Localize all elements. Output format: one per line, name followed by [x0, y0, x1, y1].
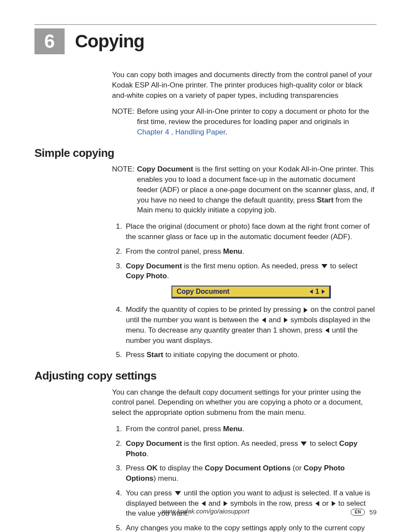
step-text: From the control panel, press [126, 247, 223, 255]
note-label: NOTE: [112, 164, 134, 215]
note-body: Copy Document is the first setting on yo… [137, 164, 377, 215]
step-text: to select [308, 439, 339, 448]
lcd-display: Copy Document 1 [171, 286, 331, 299]
note-body: Before using your All-in-One printer to … [137, 106, 377, 137]
step-text: From the control panel, press [126, 425, 223, 433]
section-adjusting: Adjusting copy settings [34, 368, 377, 383]
intro-note: NOTE: Before using your All-in-One print… [112, 106, 377, 137]
right-arrow-icon [322, 289, 325, 294]
right-arrow-icon [304, 308, 308, 313]
step-text: Press [126, 464, 146, 472]
step-2: From the control panel, press Menu. [124, 246, 377, 257]
chapter-title: Copying [75, 29, 144, 54]
bold-copy-document: Copy Document [137, 165, 193, 173]
step-text: Modify the quantity of copies to be prin… [126, 305, 303, 314]
intro-paragraph: You can copy both images and documents d… [112, 70, 377, 100]
chapter-number-box: 6 [34, 28, 65, 54]
step-3: Press OK to display the Copy Document Op… [124, 463, 377, 484]
page-footer: www.kodak.com/go/aiosupport EN 59 [34, 507, 377, 516]
simple-note: NOTE: Copy Document is the first setting… [112, 164, 377, 215]
step-text: and [206, 499, 223, 507]
bold-copy-document: Copy Document [126, 262, 182, 270]
step-text: . [146, 450, 149, 458]
left-arrow-icon [202, 501, 206, 506]
step-5: Any changes you make to the copy setting… [124, 523, 377, 532]
footer-page-group: EN 59 [351, 507, 377, 516]
right-arrow-icon [284, 317, 288, 323]
right-arrow-icon [224, 501, 227, 506]
note-label: NOTE: [112, 106, 134, 137]
section-simple-copying: Simple copying [34, 145, 377, 161]
step-text: and [267, 316, 283, 324]
step-text: or [320, 499, 331, 507]
step-text: to display the [158, 464, 205, 472]
step-text: . [242, 247, 244, 255]
manual-page: 6 Copying You can copy both images and d… [0, 0, 411, 532]
lcd-label: Copy Document [177, 287, 230, 296]
step-5: Press Start to initiate copying the docu… [124, 350, 377, 360]
step-text: is the first menu option. As needed, pre… [182, 262, 320, 270]
note-text-after: . [225, 128, 227, 136]
step-text: symbols in the row, press [228, 499, 314, 507]
simple-steps: Place the original (document or photo) f… [112, 221, 377, 360]
step-text: to select [328, 262, 358, 270]
left-arrow-icon [262, 317, 266, 323]
right-arrow-icon [332, 501, 336, 506]
step-text: Any changes you make to the copy setting… [126, 524, 376, 532]
step-4: Modify the quantity of copies to be prin… [124, 305, 377, 345]
step-text: to initiate copying the document or phot… [163, 351, 299, 359]
chapter-4-link[interactable]: Chapter 4 , Handling Paper [137, 128, 225, 136]
footer-url: www.kodak.com/go/aiosupport [162, 507, 249, 516]
bold-start: Start [317, 196, 333, 204]
bold-menu: Menu [223, 247, 242, 255]
step-text: . [167, 272, 169, 280]
step-text: Place the original (document or photo) f… [126, 222, 370, 241]
down-arrow-icon [175, 491, 181, 495]
lcd-qty-value: 1 [315, 287, 319, 296]
left-arrow-icon [325, 328, 329, 333]
top-rule [34, 24, 377, 25]
step-text: You can press [126, 489, 174, 497]
bold-copy-document-options: Copy Document Options [205, 464, 290, 472]
page-number: 59 [369, 507, 377, 516]
bold-copy-photo: Copy Photo [126, 272, 167, 280]
step-text: is the first option. As needed, press [182, 439, 300, 448]
down-arrow-icon [321, 264, 327, 268]
step-3: Copy Document is the first menu option. … [124, 261, 377, 299]
step-text: ) menu. [153, 474, 178, 482]
step-1: From the control panel, press Menu. [124, 424, 377, 434]
lcd-quantity: 1 [310, 287, 325, 296]
down-arrow-icon [301, 442, 307, 446]
chapter-header: 6 Copying [34, 28, 377, 54]
left-arrow-icon [315, 501, 319, 506]
bold-start: Start [146, 351, 163, 359]
adjust-steps: From the control panel, press Menu. Copy… [112, 424, 377, 532]
bold-menu: Menu [223, 425, 242, 433]
adjust-intro: You can change the default copy document… [112, 387, 377, 418]
bold-ok: OK [146, 464, 158, 472]
step-text: (or [291, 464, 304, 472]
step-text: . [242, 425, 244, 433]
step-2: Copy Document is the first option. As ne… [124, 439, 377, 459]
note-text-before: Before using your All-in-One printer to … [137, 107, 369, 126]
language-badge: EN [351, 509, 365, 516]
step-1: Place the original (document or photo) f… [124, 221, 377, 242]
step-text: Press [126, 351, 146, 359]
chapter-number: 6 [44, 28, 55, 55]
bold-copy-document: Copy Document [126, 439, 182, 448]
left-arrow-icon [310, 289, 313, 294]
